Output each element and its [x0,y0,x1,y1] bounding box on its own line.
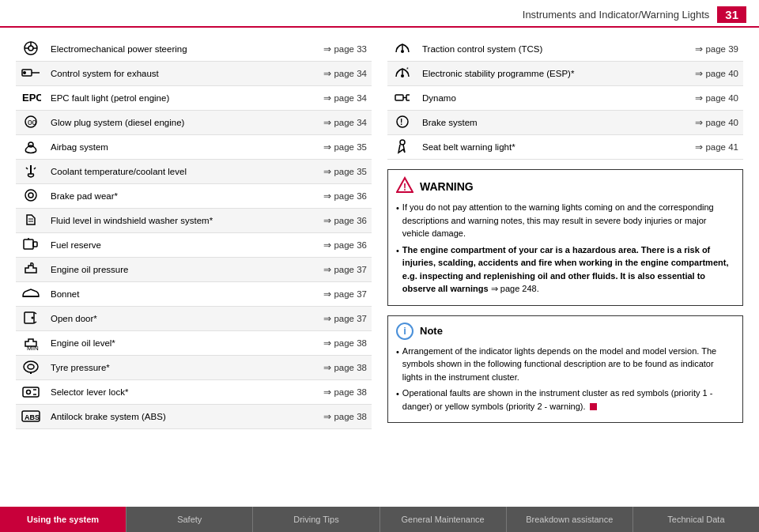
item-icon-cell [16,282,46,307]
item-icon-cell [387,86,417,111]
left-table-row: Open door* ⇒ page 37 [16,307,372,331]
item-icon-cell: * [387,62,417,86]
main-content: Electromechanical power steering ⇒ page … [0,28,759,479]
svg-point-21 [32,317,34,319]
item-icon-cell [16,258,46,282]
tyre-icon [21,367,41,376]
item-page: ⇒ page 34 [295,111,372,135]
item-page: ⇒ page 38 [295,405,372,429]
item-page: ⇒ page 36 [295,209,372,233]
svg-text:*: * [406,66,409,72]
nav-item-driving-tips[interactable]: Driving Tips [253,507,380,532]
item-desc: Brake system [417,111,663,135]
item-page: ⇒ page 38 [295,331,372,356]
item-page: ⇒ page 35 [295,135,372,160]
abs-icon: ABS [21,416,41,425]
nav-item-breakdown-assistance[interactable]: Breakdown assistance [507,507,633,532]
note-info-icon: i [396,323,413,340]
svg-point-29 [27,391,31,394]
item-icon-cell [16,356,46,380]
warning-bullet2: The engine compartment of your car is a … [402,243,734,296]
item-page: ⇒ page 37 [295,258,372,282]
note-title: Note [420,325,443,337]
left-table-row: Brake pad wear* ⇒ page 36 [16,184,372,209]
item-page: ⇒ page 38 [295,380,372,405]
item-desc: Fluid level in windshield washer system* [46,209,295,233]
item-desc: Fuel reserve [46,233,295,258]
item-page: ⇒ page 36 [295,184,372,209]
right-table-row: Dynamo ⇒ page 40 [387,86,743,111]
item-page: ⇒ page 37 [295,282,372,307]
item-icon-cell [16,135,46,160]
brake-icon: ! [392,122,413,131]
left-table-row: Selector lever lock* ⇒ page 38 [16,380,372,405]
nav-item-technical-data[interactable]: Technical Data [633,507,759,532]
oilpressure-icon [21,269,41,278]
left-table-row: Bonnet ⇒ page 37 [16,282,372,307]
svg-text:MIN: MIN [27,345,39,350]
item-icon-cell [16,184,46,209]
warning-triangle-icon: ! [396,176,413,196]
item-desc: Selector lever lock* [46,380,295,405]
svg-text:oo: oo [28,118,37,126]
item-icon-cell: ABS [16,405,46,429]
left-table-row: Coolant temperature/coolant level ⇒ page… [16,160,372,184]
note-box: i Note • Arrangement of the indicator li… [387,315,743,424]
item-page: ⇒ page 37 [295,307,372,331]
item-desc: EPC fault light (petrol engine) [46,86,295,111]
item-desc: Electromechanical power steering [46,37,295,62]
svg-point-46 [400,140,405,145]
svg-point-13 [28,193,33,198]
note-text: • Arrangement of the indicator lights de… [396,345,734,413]
nav-item-general-maintenance[interactable]: General Maintenance [380,507,507,532]
item-desc: Dynamo [417,86,663,111]
item-icon-cell [387,37,417,62]
item-icon-cell [16,380,46,405]
brakepad-icon [21,195,41,205]
left-table-row: Control system for exhaust ⇒ page 34 [16,62,372,86]
item-page: ⇒ page 36 [295,233,372,258]
right-column: Traction control system (TCS) ⇒ page 39 … [387,37,743,473]
nav-bar: Using the systemSafetyDriving TipsGenera… [0,507,759,532]
dynamo-icon [392,97,413,107]
item-icon-cell [16,62,46,86]
item-icon-cell: EPC [16,86,46,111]
coolant-icon [21,171,41,180]
item-page: ⇒ page 39 [663,37,743,62]
item-page: ⇒ page 41 [663,135,743,160]
left-table-row: Fluid level in windshield washer system*… [16,209,372,233]
airbag-icon [21,146,41,156]
left-table-row: Electromechanical power steering ⇒ page … [16,37,372,62]
item-desc: Coolant temperature/coolant level [46,160,295,184]
right-item-table: Traction control system (TCS) ⇒ page 39 … [387,37,743,160]
page-number: 31 [717,6,746,23]
item-desc: Electronic stability programme (ESP)* [417,62,663,86]
item-icon-cell [16,160,46,184]
item-desc: Brake pad wear* [46,184,295,209]
item-icon-cell [16,307,46,331]
svg-text:!: ! [400,118,402,126]
left-table-row: ABS Antilock brake system (ABS) ⇒ page 3… [16,405,372,429]
note-bullet2: Operational faults are shown in the inst… [402,387,734,413]
nav-item-using-the-system[interactable]: Using the system [0,507,126,532]
left-table-row: oo Glow plug system (diesel engine) ⇒ pa… [16,111,372,135]
nav-item-safety[interactable]: Safety [126,507,253,532]
left-table-row: EPC EPC fault light (petrol engine) ⇒ pa… [16,86,372,111]
item-icon-cell [16,233,46,258]
item-page: ⇒ page 34 [295,86,372,111]
svg-point-12 [25,190,36,201]
item-icon-cell: MIN [16,331,46,356]
left-table-row: Fuel reserve ⇒ page 36 [16,233,372,258]
item-page: ⇒ page 40 [663,62,743,86]
item-page: ⇒ page 34 [295,62,372,86]
right-table-row: Traction control system (TCS) ⇒ page 39 [387,37,743,62]
note-header: i Note [396,323,734,340]
item-desc: Bonnet [46,282,295,307]
item-desc: Seat belt warning light* [417,135,663,160]
esp-icon: * [392,73,413,82]
warning-bullet1: If you do not pay attention to the warni… [402,201,734,240]
svg-point-36 [401,74,404,77]
svg-rect-17 [33,242,37,247]
glow-icon: oo [21,122,41,131]
svg-rect-16 [24,240,33,249]
